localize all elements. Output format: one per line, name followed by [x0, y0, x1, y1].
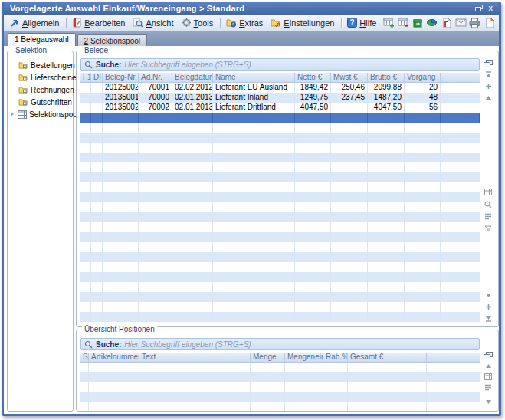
cell-belegdatum [172, 222, 213, 232]
column-header-f1[interactable]: F1 [80, 73, 91, 83]
table-row[interactable]: 201250027000102.02.2012 /DoLieferant EU … [80, 83, 480, 93]
column-header-brutto[interactable]: Brutto € [368, 73, 405, 83]
export-box-icon[interactable] [412, 16, 425, 29]
report-document-icon[interactable] [440, 16, 453, 29]
grid-view-icon[interactable] [484, 188, 493, 196]
cell-name [213, 282, 295, 292]
table-row[interactable]: 201350027000202.01.2013 /MiLieferant Dri… [80, 103, 480, 113]
cell-brutto [368, 292, 405, 302]
cell-brutto [368, 113, 405, 123]
sidebar-item-lieferscheine[interactable]: Lieferscheine [11, 71, 71, 84]
sidebar-item-bestellungen[interactable]: Bestellungen [11, 59, 71, 71]
cell-netto [295, 312, 331, 322]
cell-belegdatum [172, 162, 213, 172]
sidebar-item-gutschriften[interactable]: Gutschriften [11, 96, 71, 108]
cell-mwst [331, 282, 368, 292]
close-window-icon[interactable]: x [486, 4, 496, 13]
column-header-menge[interactable]: Menge [251, 353, 285, 363]
tab-selektionspool[interactable]: 2 Selektionspool [77, 34, 147, 46]
cell-dr [91, 212, 103, 222]
column-header-gesamt[interactable]: Gesamt € [348, 353, 427, 363]
cell-netto [295, 252, 331, 262]
column-header-blank[interactable] [441, 73, 480, 83]
cell-blank [441, 182, 480, 192]
cell-belegdatum: 02.02.2012 /Do [172, 83, 213, 93]
belege-search-input[interactable]: Suche: Hier Suchbegriff eingeben (STRG+S… [80, 58, 480, 71]
cell-belegdatum: 02.01.2013 /Mi [172, 93, 213, 103]
cell-mwst [331, 252, 368, 262]
rows-view-icon[interactable] [484, 383, 493, 392]
cell-blank [441, 252, 480, 262]
sidebar-item-selektionspools[interactable]: Selektionspools [11, 108, 71, 120]
cell-brutto [368, 262, 405, 272]
filter-icon[interactable] [484, 225, 493, 233]
sidebar-item-rechnungen[interactable]: Rechnungen [11, 84, 71, 96]
column-header-blank[interactable] [427, 353, 480, 363]
cell-f1 [80, 302, 91, 312]
column-header-artikelnummer[interactable]: Artikelnummer [89, 353, 139, 363]
cell-blank [441, 282, 480, 292]
column-chooser-icon[interactable] [484, 351, 493, 359]
cell-blank [427, 392, 480, 402]
cell-mwst [331, 103, 368, 113]
cell-brutto [368, 172, 405, 182]
grid-view-icon[interactable] [484, 372, 493, 381]
table-row[interactable] [80, 113, 480, 123]
column-header-netto[interactable]: Netto € [295, 73, 331, 83]
column-header-vorgang[interactable]: Vorgang [405, 73, 441, 83]
cell-text [139, 392, 251, 402]
column-header-adnr[interactable]: Ad.Nr. [139, 73, 172, 83]
cell-netto [295, 172, 331, 182]
cell-belegnr [103, 302, 139, 312]
cell-dr [91, 162, 103, 172]
column-header-s[interactable]: S [80, 353, 89, 363]
column-header-dr[interactable]: DR [91, 73, 103, 83]
restore-window-icon[interactable] [474, 4, 484, 13]
menu-extras[interactable]: Extras [223, 17, 267, 29]
menu-allgemein[interactable]: Allgemein [7, 17, 64, 29]
column-chooser-icon[interactable] [484, 59, 493, 67]
cell-dr [91, 143, 103, 153]
menu-ansicht[interactable]: Ansicht [130, 16, 178, 29]
menu-bearbeiten[interactable]: Bearbeiten [69, 16, 130, 29]
column-header-belegdatum[interactable]: Belegdatum [172, 73, 213, 83]
go-first-row-icon[interactable] [484, 71, 493, 79]
print-icon[interactable] [469, 16, 482, 29]
tab-belegauswahl[interactable]: 1 Belegauswahl [8, 33, 76, 46]
cell-vorgang: 20 [405, 83, 441, 93]
table-delete-icon[interactable] [397, 16, 410, 29]
menu-tools[interactable]: Tools [179, 16, 218, 29]
chart-pie-icon[interactable] [425, 16, 438, 29]
extras-folder-icon [226, 18, 237, 28]
table-add-icon[interactable] [382, 16, 395, 29]
zoom-row-icon[interactable] [484, 200, 493, 208]
mail-envelope-icon[interactable] [454, 16, 467, 29]
column-header-rab[interactable]: Rab.% [323, 353, 348, 363]
column-header-text[interactable]: Text [139, 353, 251, 363]
row-up-icon[interactable] [484, 362, 493, 370]
cell-gesamt [348, 363, 427, 372]
cell-blank [441, 162, 480, 172]
row-down-icon[interactable] [484, 398, 493, 406]
menu-hilfe[interactable]: ? Hilfe [344, 16, 381, 29]
positionen-search-input[interactable]: Suche: Hier Suchbegriff eingeben (STRG+S… [80, 338, 480, 350]
expander-icon[interactable] [11, 112, 14, 116]
cell-adnr: 70001 [139, 83, 172, 93]
cell-belegnr: 20125002 [103, 83, 139, 93]
new-document-icon[interactable] [483, 16, 496, 29]
column-header-belegnr[interactable]: Beleg-Nr.▼ [103, 73, 139, 83]
table-row[interactable]: 201350017000002.01.2013 /MiLieferant Inl… [80, 93, 480, 103]
column-header-name[interactable]: Name [213, 73, 295, 83]
page-up-icon[interactable] [484, 82, 493, 90]
column-header-mengeneinheit[interactable]: Mengeneinheit [285, 353, 323, 363]
row-down-icon[interactable] [484, 291, 493, 300]
folder-icon [18, 98, 28, 107]
page-down-icon[interactable] [484, 303, 493, 311]
column-header-mwst[interactable]: Mwst € [331, 73, 368, 83]
go-last-row-icon[interactable] [484, 314, 493, 323]
cell-mengeneinheit [285, 402, 323, 411]
cell-adnr [139, 153, 172, 162]
row-up-icon[interactable] [484, 94, 493, 102]
rows-view-icon[interactable] [484, 212, 493, 221]
menu-einstellungen[interactable]: Einstellungen [267, 17, 339, 29]
